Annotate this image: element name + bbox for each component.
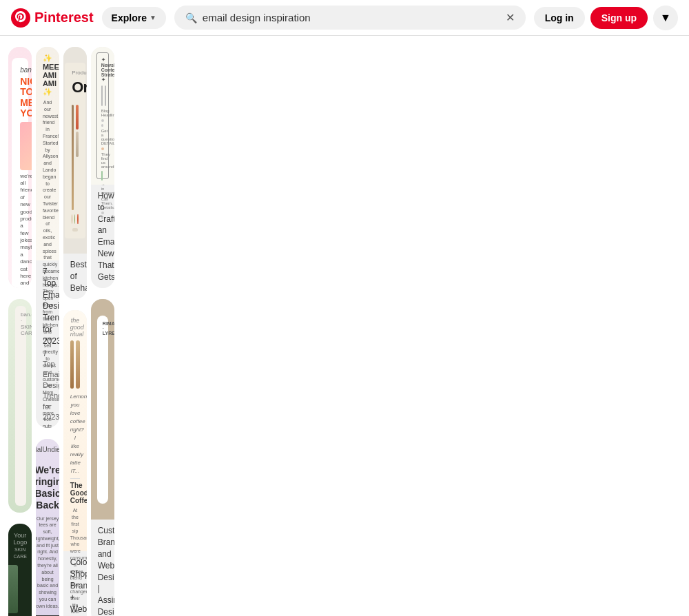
photo-tall (72, 105, 74, 210)
coffee-photo-2 (76, 340, 80, 389)
pin-title: Best of Behance (70, 259, 80, 294)
pin-title: Colorful Shopify Branding + Website Desi… (70, 557, 80, 616)
section-label-5: Call Them, Details: (101, 197, 104, 209)
pin-subtitle: 7 Top Email Design Trends for 2023 (43, 349, 52, 423)
column-1: ban.dō NICETOMEETYOU! we're all friends … (8, 47, 32, 616)
cta-bar (72, 228, 77, 232)
pin-grid: ban.dō NICETOMEETYOU! we're all friends … (0, 36, 689, 616)
wireframe-title: ✦ Newsletter Content Strategy ✦ (101, 57, 104, 83)
body-copy: Our jersey tees are soft, lightweight, a… (36, 515, 59, 610)
line-3 (101, 147, 104, 150)
brand-logo: Your LogoSKIN CARE (13, 532, 27, 559)
photo-placeholder (20, 122, 32, 170)
brand-title: Origin. (72, 79, 78, 96)
wireframe: ✦ Newsletter Content Strategy ✦ Blog Hea… (96, 52, 109, 179)
pin-card[interactable]: MalUndies We're BringingBasic Back Our j… (36, 439, 59, 616)
photo-row (70, 340, 80, 389)
photo-grid (72, 105, 78, 210)
pin-title: 7 Top Email Design Trends for 2023 (43, 266, 52, 347)
search-bar: 🔍 ✕ (174, 6, 526, 30)
pin-caption: Custom Branding and Website Design | Ass… (91, 520, 114, 616)
pin-card[interactable]: ✨ MEET AMI AMI ✨ And our newest friend i… (36, 47, 59, 428)
pinterest-logo-icon (11, 8, 30, 28)
nav-item: Products (72, 70, 87, 76)
product-bottle-2 (8, 565, 18, 613)
section-label-2: Get a question! DETAILS (101, 129, 104, 145)
pin-card[interactable]: ban.dō NICETOMEETYOU! we're all friends … (8, 47, 32, 288)
header-actions: Log in Sign up ▼ (534, 6, 678, 30)
column-3: Products Story Shop Origin. (63, 47, 87, 616)
column-4: ✦ Newsletter Content Strategy ✦ Blog Hea… (91, 47, 114, 616)
section-label-4: → in amounts (101, 183, 104, 195)
pin-card[interactable]: ban.dō · SKIN CARE (8, 299, 32, 513)
column-2: ✨ MEET AMI AMI ✨ And our newest friend i… (36, 47, 59, 616)
app-header: Pinterest Explore ▼ 🔍 ✕ Log in Sign up ▼ (0, 0, 689, 36)
pin-card[interactable]: Your LogoSKIN CARE (8, 524, 32, 616)
body-copy-1: Lemon, you love coffee right?I like real… (70, 393, 80, 475)
logo[interactable]: Pinterest (11, 8, 94, 28)
photo-light (76, 132, 78, 157)
pin-image: Your LogoSKIN CARE (8, 524, 32, 616)
icon-row (72, 214, 78, 224)
pin-image: MalUndies We're BringingBasic Back Our j… (36, 439, 59, 616)
pin-image: Products Story Shop Origin. (63, 47, 87, 254)
wireframe-row-1 (101, 85, 104, 106)
pin-title: Custom Branding and Website Design | Ass… (98, 525, 107, 616)
search-icon: 🔍 (185, 12, 197, 23)
section-label-1: Blog Headlines (101, 109, 104, 117)
coffee-photo-1 (70, 340, 74, 389)
email-headline: We're BringingBasic Back (36, 464, 59, 511)
download-button (101, 171, 103, 181)
email-headline: ✨ MEET AMI AMI ✨ (43, 54, 52, 96)
wireframe-block-1 (101, 85, 103, 106)
pin-image: ✦ Newsletter Content Strategy ✦ Blog Hea… (91, 47, 114, 185)
pin-caption: Best of Behance (63, 254, 87, 299)
icon-3 (77, 214, 78, 224)
pin-caption: Colorful Shopify Branding + Website Desi… (63, 551, 87, 616)
brand-logo: MalUndies (36, 446, 59, 453)
chevron-down-icon: ▼ (150, 14, 156, 21)
email-content: Products Story Shop Origin. (65, 63, 85, 238)
pin-image: ✨ MEET AMI AMI ✨ And our newest friend i… (36, 47, 59, 260)
device-mockup: RIMA · LYRE (97, 316, 108, 504)
signup-button[interactable]: Sign up (590, 7, 648, 29)
wireframe-block-2 (105, 85, 106, 106)
pin-card[interactable]: ✦ Newsletter Content Strategy ✦ Blog Hea… (91, 47, 114, 288)
logo-text: Pinterest (34, 10, 94, 25)
photo-medium (76, 105, 78, 130)
pin-image: ban.dō NICETOMEETYOU! we're all friends … (8, 47, 32, 288)
brand-name: The Good Coffee. (70, 482, 80, 504)
icon-1 (72, 214, 72, 224)
pin-image: ban.dō · SKIN CARE (8, 299, 32, 513)
pin-card[interactable]: Products Story Shop Origin. (63, 47, 87, 299)
chevron-down-icon: ▼ (660, 12, 671, 24)
line-1 (101, 119, 104, 122)
login-button[interactable]: Log in (534, 7, 585, 29)
icon-2 (74, 214, 75, 224)
pin-image: the good ritual Lemon, you love coffee r… (63, 310, 87, 551)
explore-button[interactable]: Explore ▼ (102, 7, 166, 29)
pin-card[interactable]: the good ritual Lemon, you love coffee r… (63, 310, 87, 616)
brand-tagline: the good ritual (70, 317, 80, 338)
divider (70, 478, 80, 479)
clear-search-icon[interactable]: ✕ (506, 11, 515, 24)
pin-card[interactable]: RIMA · LYRE (91, 299, 114, 616)
more-options-button[interactable]: ▼ (653, 6, 678, 30)
section-label-3: They find us around! (101, 152, 104, 169)
explore-label: Explore (112, 12, 147, 23)
products-row (8, 565, 32, 616)
line-5 (101, 216, 103, 219)
search-input[interactable] (203, 12, 500, 23)
brand-name: RIMA · LYRE (103, 321, 114, 336)
line-2 (101, 124, 103, 127)
line-4 (101, 212, 104, 214)
pin-image: RIMA · LYRE (91, 299, 114, 520)
